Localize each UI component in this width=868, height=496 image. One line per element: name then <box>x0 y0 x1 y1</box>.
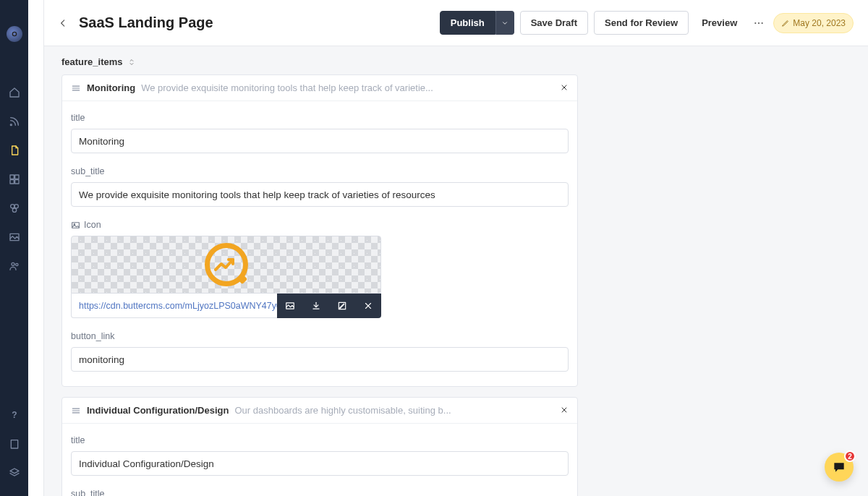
save-draft-button[interactable]: Save Draft <box>520 11 588 35</box>
feature-item-card: Individual Configuration/Design Our dash… <box>61 397 578 496</box>
sort-icon[interactable] <box>127 58 136 67</box>
field-label: title <box>71 113 569 123</box>
chat-badge: 2 <box>844 450 856 462</box>
page-title: SaaS Landing Page <box>79 14 213 31</box>
media-box: https://cdn.buttercms.com/mLjyozLPS0aWNY… <box>71 236 381 318</box>
nav-components[interactable] <box>0 194 28 223</box>
svg-point-7 <box>14 205 18 208</box>
main-area: SaaS Landing Page Publish Save Draft Sen… <box>44 0 868 496</box>
help-icon: ? <box>9 409 20 421</box>
more-button[interactable] <box>750 17 767 29</box>
media-bar: https://cdn.buttercms.com/mLjyozLPS0aWNY… <box>71 294 381 318</box>
svg-point-1 <box>10 124 12 126</box>
media-clear-button[interactable] <box>355 294 381 318</box>
svg-rect-3 <box>14 175 18 179</box>
svg-point-11 <box>15 263 17 265</box>
card-head-title: Monitoring <box>87 82 135 93</box>
chat-bubble[interactable]: 2 <box>825 453 854 482</box>
nav-users[interactable] <box>0 252 28 281</box>
svg-point-15 <box>758 22 760 23</box>
media-actions <box>277 294 381 318</box>
field-label: Icon <box>71 220 569 230</box>
field-button-link: button_link <box>71 331 569 372</box>
nav-media[interactable] <box>0 223 28 252</box>
users-icon <box>9 260 20 272</box>
nav-layers[interactable] <box>0 458 28 487</box>
edit-icon <box>337 301 347 311</box>
image-field-icon <box>71 221 80 230</box>
preview-button[interactable]: Preview <box>694 12 744 34</box>
chevron-left-icon <box>58 18 68 28</box>
preview-icon <box>205 243 248 286</box>
nav-blog[interactable] <box>0 107 28 136</box>
top-actions: Publish Save Draft Send for Review Previ… <box>440 11 854 35</box>
card-head-subtitle: Our dashboards are highly customisable, … <box>234 405 451 416</box>
publish-dropdown[interactable] <box>495 11 514 35</box>
drag-handle-icon[interactable] <box>71 83 81 93</box>
field-title: title <box>71 435 569 476</box>
component-icon <box>9 202 20 214</box>
media-url[interactable]: https://cdn.buttercms.com/mLjyozLPS0aWNY… <box>71 294 277 318</box>
svg-rect-22 <box>72 222 80 228</box>
card-remove-button[interactable] <box>560 404 569 417</box>
card-header: Monitoring We provide exquisite monitori… <box>62 75 577 101</box>
back-button[interactable] <box>54 14 72 32</box>
subtitle-input[interactable] <box>71 182 569 207</box>
card-remove-button[interactable] <box>560 82 569 95</box>
image-icon <box>9 231 20 243</box>
svg-point-8 <box>12 208 16 212</box>
media-download-button[interactable] <box>303 294 329 318</box>
date-chip: May 20, 2023 <box>773 13 854 33</box>
dots-icon <box>753 17 765 29</box>
feature-item-card: Monitoring We provide exquisite monitori… <box>61 74 578 387</box>
media-edit-button[interactable] <box>329 294 355 318</box>
title-input[interactable] <box>71 129 569 153</box>
card-body: title sub_title <box>62 424 577 496</box>
title-input[interactable] <box>71 451 569 476</box>
nav-help[interactable]: ? <box>0 401 28 429</box>
topbar: SaaS Landing Page Publish Save Draft Sen… <box>44 0 868 46</box>
close-icon <box>560 83 569 92</box>
card-body: title sub_title Icon <box>62 101 577 386</box>
date-text: May 20, 2023 <box>793 18 846 28</box>
card-header: Individual Configuration/Design Our dash… <box>62 398 577 424</box>
svg-rect-13 <box>11 440 17 448</box>
nav-pages[interactable] <box>0 136 28 165</box>
page-icon <box>9 145 20 156</box>
svg-text:?: ? <box>12 410 17 420</box>
svg-point-0 <box>12 32 16 35</box>
card-head-subtitle: We provide exquisite monitoring tools th… <box>141 82 433 93</box>
svg-point-16 <box>762 22 763 23</box>
card-head-title: Individual Configuration/Design <box>87 405 229 416</box>
media-preview[interactable] <box>71 236 381 294</box>
layers-icon <box>9 467 20 479</box>
x-icon <box>363 301 373 311</box>
field-subtitle: sub_title <box>71 166 569 207</box>
field-label: sub_title <box>71 166 569 176</box>
field-title: title <box>71 113 569 153</box>
left-rail: ? <box>0 0 28 496</box>
nav-home[interactable] <box>0 78 28 107</box>
nav-collections[interactable] <box>0 165 28 194</box>
field-label: title <box>71 435 569 445</box>
close-icon <box>560 406 569 414</box>
download-icon <box>311 301 321 311</box>
publish-button[interactable]: Publish <box>440 11 495 35</box>
svg-point-6 <box>10 205 14 208</box>
svg-point-14 <box>755 22 757 23</box>
media-library-button[interactable] <box>277 294 303 318</box>
caret-down-icon <box>501 20 509 27</box>
svg-rect-4 <box>10 180 14 184</box>
svg-point-10 <box>12 262 14 265</box>
app-logo[interactable] <box>7 26 22 42</box>
nav-docs[interactable] <box>0 429 28 458</box>
field-subtitle: sub_title <box>71 489 569 496</box>
field-label: button_link <box>71 331 569 341</box>
drag-handle-icon[interactable] <box>71 406 81 416</box>
button-link-input[interactable] <box>71 347 569 372</box>
secondary-strip <box>28 0 44 496</box>
library-icon <box>285 301 295 311</box>
svg-rect-5 <box>14 180 18 184</box>
field-label: sub_title <box>71 489 569 496</box>
send-for-review-button[interactable]: Send for Review <box>594 11 689 35</box>
